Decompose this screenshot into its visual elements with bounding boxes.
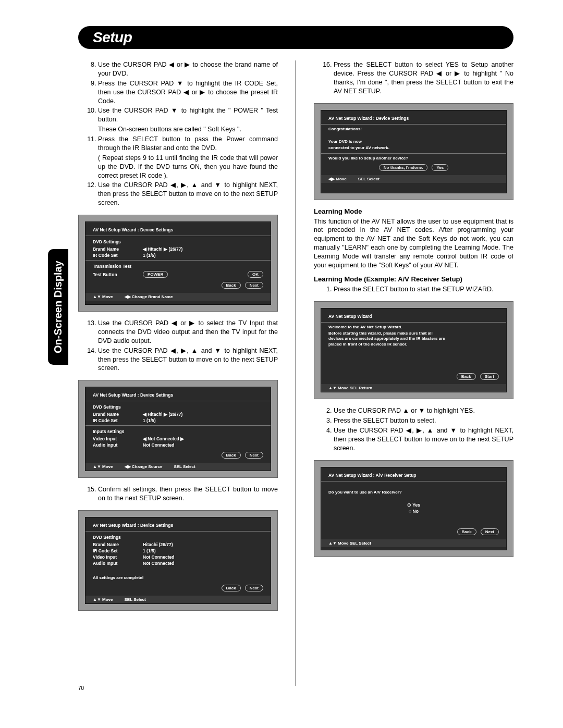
page-number: 70	[78, 685, 84, 691]
start-button[interactable]: Start	[480, 373, 499, 380]
step-r1: Press the SELECT button to start the SET…	[334, 285, 513, 294]
next-button[interactable]: Next	[481, 528, 499, 535]
step-14: Use the CURSOR PAD ◀, ▶, ▲ and ▼ to high…	[98, 347, 278, 373]
back-button[interactable]: Back	[457, 373, 476, 380]
next-button[interactable]: Next	[245, 282, 263, 289]
back-button[interactable]: Back	[222, 452, 241, 459]
step-list-r3: Use the CURSOR PAD ▲ or ▼ to highlight Y…	[314, 406, 513, 452]
left-column: Use the CURSOR PAD ◀ or ▶ to choose the …	[78, 60, 278, 686]
step-list-1: Use the CURSOR PAD ◀ or ▶ to choose the …	[78, 60, 278, 207]
step-16: Press the SELECT button to select YES to…	[334, 60, 513, 96]
osd-screen-device-settings-3: AV Net Setup Wizard : Device Settings DV…	[78, 510, 278, 611]
page-header: Setup	[78, 26, 513, 49]
back-button[interactable]: Back	[222, 282, 241, 289]
learning-example-heading: Learning Mode (Example: A/V Receiver Set…	[314, 275, 513, 283]
step-list-r2: Press the SELECT button to start the SET…	[314, 285, 513, 294]
vertical-tab: On-Screen Display	[48, 249, 68, 365]
osd-screen-av-receiver: AV Net Setup Wizard : A/V Receiver Setup…	[314, 460, 513, 557]
step-r3: Press the SELECT button to select.	[334, 416, 513, 425]
osd-title: AV Net Setup Wizard : Device Settings	[93, 227, 263, 232]
next-button[interactable]: Next	[245, 452, 263, 459]
learning-mode-body: This function of the AV NET allows the u…	[314, 217, 513, 270]
learning-mode-heading: Learning Mode	[314, 207, 513, 215]
osd-screen-wizard-welcome: AV Net Setup Wizard Welcome to the AV Ne…	[314, 301, 513, 400]
radio-yes[interactable]: Yes	[407, 502, 420, 508]
step-13: Use the CURSOR PAD ◀ or ▶ to select the …	[98, 319, 278, 346]
radio-no[interactable]: No	[409, 509, 419, 514]
step-list-2: Use the CURSOR PAD ◀ or ▶ to select the …	[78, 319, 278, 373]
osd-screen-device-settings-1: AV Net Setup Wizard : Device Settings DV…	[78, 215, 278, 312]
step-r2: Use the CURSOR PAD ▲ or ▼ to highlight Y…	[334, 406, 513, 415]
step-list-r1: Press the SELECT button to select YES to…	[314, 60, 513, 96]
osd-screen-device-settings-2: AV Net Setup Wizard : Device Settings DV…	[78, 380, 278, 478]
ok-button[interactable]: OK	[248, 271, 263, 278]
step-r4: Use the CURSOR PAD ◀, ▶, ▲ and ▼ to high…	[334, 426, 513, 453]
osd-screen-congratulations: AV Net Setup Wizard : Device Settings Co…	[314, 103, 513, 200]
back-button[interactable]: Back	[222, 585, 241, 591]
step-15: Confirm all settings, then press the SEL…	[98, 485, 278, 503]
step-10: Use the CURSOR PAD ▼ to highlight the " …	[98, 106, 278, 134]
step-9: Press the CURSOR PAD ▼ to highlight the …	[98, 79, 278, 106]
step-list-3: Confirm all settings, then press the SEL…	[78, 485, 278, 503]
step-8: Use the CURSOR PAD ◀ or ▶ to choose the …	[98, 60, 278, 78]
back-button[interactable]: Back	[457, 528, 476, 535]
step-12: Use the CURSOR PAD ◀, ▶, ▲ and ▼ to high…	[98, 181, 278, 207]
column-divider	[296, 60, 296, 686]
power-button[interactable]: POWER	[143, 271, 168, 278]
next-button[interactable]: Next	[245, 585, 263, 591]
right-column: Press the SELECT button to select YES to…	[314, 60, 513, 686]
no-thanks-button[interactable]: No thanks, I'mdone.	[379, 164, 428, 171]
yes-button[interactable]: Yes	[432, 164, 448, 171]
step-11: Press the SELECT button to pass the Powe…	[98, 135, 278, 180]
page-title: Setup	[93, 29, 499, 46]
